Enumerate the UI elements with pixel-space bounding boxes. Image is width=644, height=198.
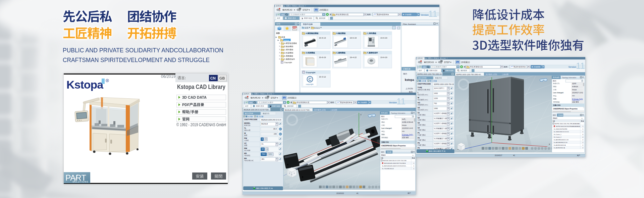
svg-text:19-3-12: 19-3-12 (319, 76, 326, 78)
svg-text:BS25LB1009.4240V1V2V3V4V5V6...: BS25LB1009.4240V1V2V3V4V5V6... (384, 165, 407, 167)
svg-text:PUBLIC AND PRIVATE SOLIDARITY: PUBLIC AND PRIVATE SOLIDARITY ANDCOLLABO… (63, 47, 223, 54)
svg-text:MA: MA (244, 157, 247, 159)
svg-text:SDPR2-1600-1200-760-1990-A3...: SDPR2-1600-1200-760-1990-A3... (456, 73, 482, 76)
svg-text:CRAFTSMAN SPIRITDEVELOPMENT AN: CRAFTSMAN SPIRITDEVELOPMENT AND STRUGGLE (63, 57, 210, 63)
svg-text:®: ® (106, 78, 109, 83)
svg-text:19-6-19: 19-6-19 (319, 56, 326, 58)
svg-text:19-4-22: 19-4-22 (350, 56, 357, 58)
svg-text:NB: NB (381, 157, 383, 159)
svg-text:NY: NY (262, 148, 264, 150)
svg-text:06/2019: 06/2019 (161, 74, 176, 79)
svg-text:mm: mm (572, 95, 575, 97)
svg-text:Last changed:: Last changed: (553, 92, 564, 94)
svg-text:Topology Information: Topology Information (562, 77, 576, 79)
svg-text:HG: HG (418, 102, 420, 104)
svg-text:CN: CN (210, 76, 216, 80)
svg-text:1200: 1200 (434, 97, 438, 99)
svg-text:Version: Version (569, 66, 577, 68)
svg-text:B=: B= (554, 139, 556, 141)
svg-text:i: i (280, 133, 280, 135)
svg-text:BS25LB1009-4240V1NYT20J1B1S: BS25LB1009-4240V1NYT20J1B1S (384, 162, 406, 164)
svg-text:Version: Version (389, 101, 397, 104)
svg-text:2019/5/20 14:43: 2019/5/20 14:43 (402, 128, 413, 129)
svg-text:X: X (549, 143, 550, 145)
svg-text:-|-: -|- (412, 155, 414, 156)
svg-text:SDPR2-1600-1200-760-1990-A3...: SDPR2-1600-1200-760-1990-A3... (417, 73, 443, 75)
svg-text:P4: P4 (418, 147, 420, 149)
svg-text:S1: S1 (418, 112, 420, 114)
svg-text:BS25LB-1009-240-S-V1-NY-T20J-1: BS25LB-1009-240-S-V1-NY-T20J-1B1 (383, 160, 407, 161)
svg-text:11: 11 (576, 61, 585, 71)
svg-text:MODEL: MODEL (244, 122, 251, 124)
svg-text:B=: B= (554, 147, 556, 149)
svg-text:A1096114612-A: A1096114612-A (556, 144, 566, 146)
svg-text:Copyright: Copyright (306, 71, 315, 73)
svg-text:© 1992 - 2019 CADENAS GmbH: © 1992 - 2019 CADENAS GmbH (176, 122, 226, 127)
svg-text:合: 合 (266, 148, 268, 150)
svg-text:-|-: -|- (581, 118, 583, 119)
svg-text:SDPR2-1600-1200-760-1990-A3A1A: SDPR2-1600-1200-760-1990-A3A1A3A1- (555, 123, 581, 125)
svg-text:C: C (309, 77, 312, 82)
svg-text:CNSERPBASE Object Properties: CNSERPBASE Object Properties (381, 145, 406, 147)
svg-text:NB: NB (553, 120, 555, 122)
svg-text:1B1: 1B1 (261, 158, 264, 160)
svg-text:Topology Information: Topology Information (391, 112, 406, 114)
svg-text:Kstopa: Kstopa (66, 78, 104, 91)
svg-text:T20J1B1240-02: T20J1B1240-02 (384, 168, 394, 169)
svg-text:SDPR2160012007601990A3A1A3A1A3: SDPR2160012007601990A3A1A3A1A3 (556, 126, 581, 127)
svg-text:Copyright: Copyright (284, 61, 292, 63)
svg-text:Version: Version (421, 14, 429, 16)
svg-text:1990: 1990 (434, 107, 438, 109)
svg-text:09.4: 09.4 (273, 128, 277, 130)
svg-text:A109619612-A: A109619612-A (556, 147, 565, 149)
svg-text:B=: B= (554, 136, 556, 138)
svg-text:BS25LB-1009-240-S-V1-NY-T20I..: BS25LB-1009-240-S-V1-NY-T20I... (285, 109, 311, 111)
svg-text:CNSERPBASE Object Properties: CNSERPBASE Object Properties (553, 108, 578, 110)
svg-text:kstopa: kstopa (284, 39, 289, 41)
svg-text:TYPE: TYPE (418, 87, 422, 89)
svg-text:T20J: T20J (262, 153, 266, 155)
svg-text:2019/5/27 13:52: 2019/5/27 13:52 (572, 92, 583, 94)
svg-text:ABC: ABC (423, 66, 426, 68)
svg-text:W: W (418, 97, 419, 99)
svg-text:240: 240 (274, 133, 277, 135)
svg-text:16001200C1C1C1C1: 16001200C1C1C1C1 (556, 131, 569, 133)
svg-text:2D: 2D (315, 9, 317, 11)
svg-text:SDPR2-1600-1200-760-19: SDPR2-1600-1200-760-19 (434, 83, 454, 85)
svg-text:D: D (265, 138, 267, 140)
svg-text:mm: mm (402, 131, 405, 132)
svg-text:PW: PW (244, 137, 247, 139)
svg-text:Y: Y (360, 114, 362, 116)
svg-text:19-6-19: 19-6-19 (380, 37, 387, 39)
svg-text:S4: S4 (418, 127, 420, 129)
svg-text:2D: 2D (283, 97, 285, 99)
svg-text:ABC: ABC (249, 102, 253, 104)
svg-text:760: 760 (434, 102, 437, 104)
svg-text:19-6-19: 19-6-19 (350, 37, 357, 39)
svg-text:kstopa: kstopa (572, 89, 577, 91)
svg-text:B=: B= (554, 144, 556, 146)
svg-text:S2: S2 (418, 117, 420, 119)
svg-text:11: 11 (428, 9, 437, 19)
svg-text:#1: #1 (357, 192, 359, 194)
svg-text:A313963961212-B: A313963961212-B (556, 142, 567, 143)
svg-text:2D: 2D (457, 62, 459, 64)
svg-text:Caster_1: Caster_1 (556, 134, 561, 135)
svg-text:B=: B= (554, 128, 556, 130)
svg-text:copyright: copyright (306, 83, 314, 85)
svg-text:P1: P1 (418, 132, 420, 134)
svg-text:S3: S3 (418, 122, 420, 124)
svg-text:PDF: PDF (182, 103, 190, 107)
svg-text:STEP: STEP (271, 97, 276, 99)
svg-text:TL: TL (244, 127, 247, 129)
svg-text:VC: VC (244, 142, 247, 144)
svg-text:SOLUTIONS: SOLUTIONS (72, 181, 89, 183)
svg-text:P3: P3 (418, 142, 420, 144)
svg-text:STEP: STEP (303, 9, 308, 11)
svg-text:CNSTYPECODE: CNSTYPECODE (418, 83, 431, 85)
svg-text:kstopa: kstopa (405, 78, 414, 82)
svg-text:3D CAD DATA: 3D CAD DATA (182, 95, 207, 99)
svg-text:BS25LB-1009-240-S-V1-NY-T20I..: BS25LB-1009-240-S-V1-NY-T20I... (244, 109, 270, 111)
svg-text:CNSTYPECODE: CNSTYPECODE (244, 118, 258, 120)
svg-text:STEP: STEP (444, 61, 450, 63)
